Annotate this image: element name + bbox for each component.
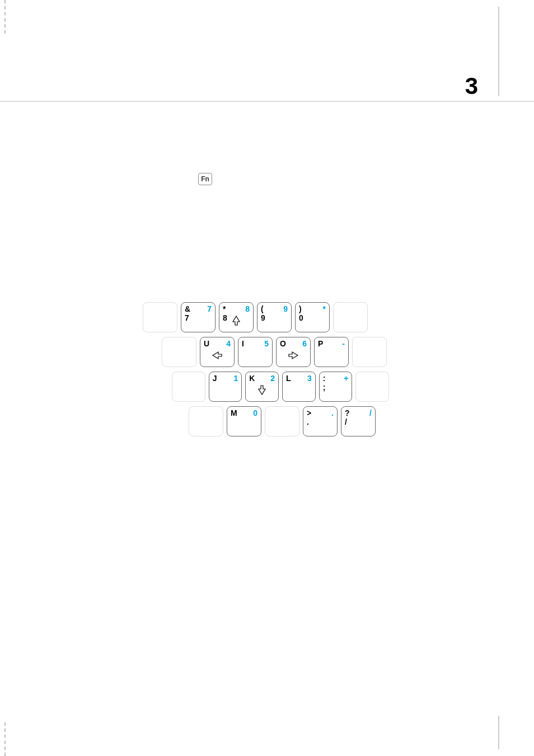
key-main-upper: P <box>318 340 323 348</box>
blank-key <box>265 406 299 436</box>
key-U: U4 <box>200 337 235 367</box>
keyboard-row: &77*88(99)0* <box>143 302 389 332</box>
key-I: I5 <box>238 337 273 367</box>
key-main-upper: J <box>213 374 217 382</box>
key-main-upper: & <box>185 305 190 313</box>
key-fn-label: 8 <box>245 305 250 313</box>
page-edge-rule <box>498 7 499 96</box>
key-main-lower: ; <box>323 383 326 391</box>
key-main-lower: 9 <box>261 314 265 322</box>
key-fn-label: 1 <box>234 374 238 382</box>
key-:: :;+ <box>319 372 353 402</box>
blank-key <box>189 406 223 436</box>
page-edge-rule <box>498 716 499 749</box>
keyboard-row: J1K2L3:;+ <box>143 372 389 402</box>
key-main-upper: ? <box>345 409 350 417</box>
blank-key <box>143 302 177 332</box>
key-main-upper: ) <box>299 305 302 313</box>
key-?: ?// <box>341 406 376 436</box>
key-): )0* <box>295 302 330 332</box>
key-fn-label: 2 <box>270 374 275 382</box>
key-L: L3 <box>282 372 316 402</box>
key-main-lower: 0 <box>299 314 303 322</box>
blank-key <box>333 302 368 332</box>
key-fn-label: 0 <box>253 409 257 417</box>
key-fn-label: 7 <box>207 305 212 313</box>
blank-key <box>352 337 387 367</box>
header-divider <box>0 101 534 102</box>
key-(: (99 <box>257 302 292 332</box>
key-fn-label: 3 <box>307 374 312 382</box>
left-arrow-icon <box>212 350 223 363</box>
crop-rule <box>4 722 6 756</box>
key-fn-label: / <box>369 409 372 417</box>
key-fn-label: 5 <box>264 340 269 348</box>
blank-key <box>355 372 389 402</box>
keyboard-row: U4I5O6P- <box>143 337 389 367</box>
crop-rule <box>4 0 6 34</box>
key-main-upper: ( <box>261 305 264 313</box>
key-*: *88 <box>219 302 254 332</box>
key-main-lower: / <box>345 418 347 426</box>
key-fn-label: 4 <box>226 340 231 348</box>
key-main-upper: O <box>280 340 286 348</box>
key-fn-label: 6 <box>302 340 307 348</box>
key-fn-label: - <box>342 340 345 348</box>
key-main-upper: > <box>307 409 311 417</box>
key-J: J1 <box>209 372 242 402</box>
key->: >.. <box>303 406 338 436</box>
fn-key-icon: Fn <box>198 173 212 185</box>
right-arrow-icon <box>288 350 299 363</box>
key-&: &77 <box>181 302 216 332</box>
keyboard-row: M0>..?// <box>143 406 389 436</box>
key-P: P- <box>314 337 349 367</box>
key-main-upper: U <box>204 340 209 348</box>
key-M: M0 <box>227 406 261 436</box>
key-main-upper: L <box>286 374 291 382</box>
chapter-number: 3 <box>465 73 478 100</box>
key-fn-label: * <box>323 305 326 313</box>
up-arrow-icon <box>231 315 242 328</box>
key-main-upper: I <box>242 340 244 348</box>
key-main-upper: M <box>231 409 237 417</box>
keyboard-diagram: &77*88(99)0*U4I5O6P-J1K2L3:;+M0>..?// <box>143 302 389 441</box>
key-main-upper: : <box>323 374 326 382</box>
key-main-lower: 8 <box>223 314 227 322</box>
key-main-lower: 7 <box>185 314 189 322</box>
down-arrow-icon <box>256 384 268 398</box>
key-main-upper: K <box>249 374 255 382</box>
key-O: O6 <box>276 337 311 367</box>
blank-key <box>162 337 196 367</box>
key-main-upper: * <box>223 305 226 313</box>
key-main-lower: . <box>307 418 309 426</box>
key-K: K2 <box>245 372 279 402</box>
key-fn-label: . <box>331 409 334 417</box>
blank-key <box>172 372 205 402</box>
key-fn-label: + <box>344 374 348 382</box>
key-fn-label: 9 <box>283 305 288 313</box>
